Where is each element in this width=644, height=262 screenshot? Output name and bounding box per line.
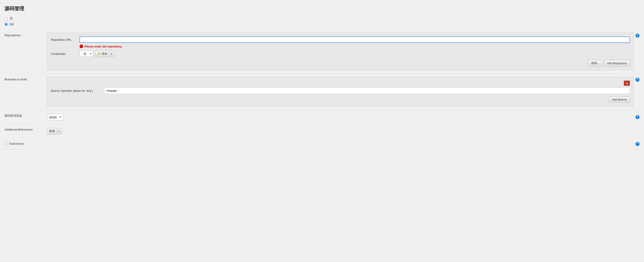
radio-none-input[interactable] [4,17,8,20]
subversion-section: Subversion ? [4,138,640,149]
radio-subversion-input[interactable] [4,142,8,145]
credentials-add-main-btn[interactable]: 🔑 添加 [95,50,109,57]
branches-actions: Add Branch [51,96,630,103]
scm-radio-group: 无 Git [4,16,640,26]
radio-none[interactable]: 无 [4,16,640,20]
browser-help-icon[interactable]: ? [636,115,640,119]
browser-section: 源码库浏览器 (自动) ? [4,110,640,124]
branches-help-icon[interactable]: ? [636,78,640,82]
repositories-help-icon[interactable]: ? [636,33,640,38]
branch-specifier-label: Branch Specifier (blank for 'any') [51,89,102,92]
credentials-add-dropdown: 🔑 添加 ▾ [95,50,114,57]
repositories-content: Repository URL − Please enter Git reposi… [47,33,634,70]
advanced-button[interactable]: 高级... [588,60,602,66]
add-repository-button[interactable]: Add Repository [604,60,630,66]
behaviours-content: 新增 ▾ [47,127,640,135]
error-icon: − [80,44,83,48]
behaviours-section: Additional Behaviours 新增 ▾ [4,124,640,138]
branches-section: Branches to build x Branch Specifier (bl… [4,74,640,110]
radio-git[interactable]: Git [4,22,640,26]
behaviours-label: Additional Behaviours [4,127,47,131]
repo-url-label: Repository URL [51,38,78,41]
behaviours-add-dropdown: 新增 ▾ [47,128,640,135]
repositories-section: Repositories Repository URL − Please ent… [4,29,640,74]
radio-none-label: 无 [10,16,13,20]
credentials-add-arrow-btn[interactable]: ▾ [109,51,114,57]
behaviours-add-main-btn[interactable]: 新增 [47,128,57,135]
credentials-select[interactable]: - 无 - [80,51,93,57]
repo-url-input[interactable] [80,36,630,43]
radio-git-input[interactable] [4,23,8,26]
branches-label: Branches to build [4,77,47,81]
branch-specifier-input[interactable] [104,88,630,94]
repo-error-message: − Please enter Git repository. [80,44,630,48]
branch-specifier-row: Branch Specifier (blank for 'any') [51,88,630,94]
browser-select[interactable]: (自动) [47,114,64,120]
browser-content: (自动) [47,113,634,120]
credentials-row: Credentials - 无 - 🔑 添加 ▾ [51,50,630,57]
radio-subversion-label: Subversion [9,142,24,145]
page-title: 源码管理 [4,5,640,12]
browser-label: 源码库浏览器 [4,113,47,118]
repo-actions: 高级... Add Repository [51,60,630,66]
behaviours-add-arrow-btn[interactable]: ▾ [57,129,62,134]
repo-url-row: Repository URL [51,36,630,43]
key-icon: 🔑 [97,52,100,55]
radio-git-label: Git [10,22,14,26]
add-branch-button[interactable]: Add Branch [609,96,630,103]
repositories-label: Repositories [4,33,47,37]
branches-content: x Branch Specifier (blank for 'any') Add… [47,77,634,106]
credentials-label: Credentials [51,52,78,55]
delete-branch-button[interactable]: x [624,81,630,86]
subversion-help-icon[interactable]: ? [636,142,640,146]
